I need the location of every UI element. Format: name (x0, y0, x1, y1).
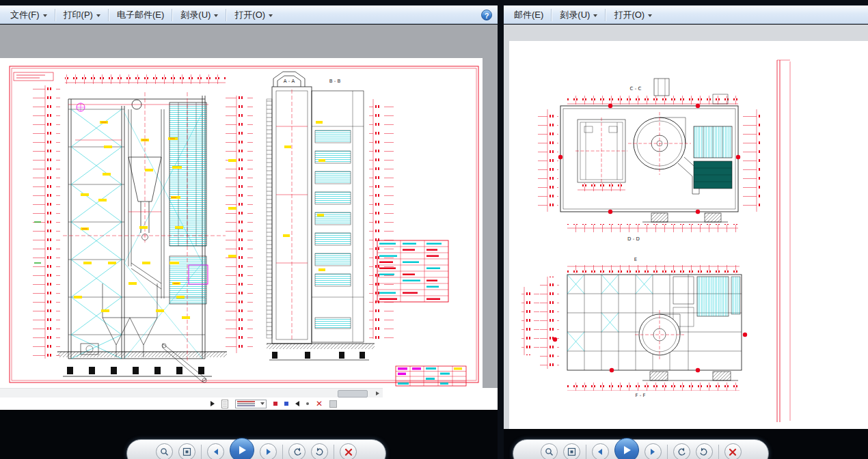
rotate-ccw-icon (677, 447, 686, 457)
viewer-canvas: C - C (504, 25, 868, 429)
actual-size-button[interactable] (563, 443, 580, 459)
chevron-down-icon (269, 14, 273, 17)
chevron-down-icon (43, 14, 47, 17)
menu-bar: 邮件(E) 刻录(U) 打开(O) (504, 5, 868, 24)
section-label: E (634, 257, 637, 262)
close-icon[interactable]: ✕ (316, 400, 323, 408)
document-icon (221, 400, 228, 408)
play-slideshow-button[interactable] (614, 438, 639, 459)
rotate-ccw-button[interactable] (288, 443, 306, 459)
play-icon (236, 445, 247, 456)
menu-item-email[interactable]: 邮件(E) (508, 7, 550, 23)
menu-item-email[interactable]: 电子邮件(E) (111, 7, 170, 23)
magnifier-icon (160, 447, 169, 456)
rotate-cw-icon (699, 447, 709, 457)
next-icon (265, 447, 273, 456)
delete-button[interactable] (724, 443, 742, 459)
previous-icon (596, 447, 604, 456)
section-label: F - F (635, 393, 645, 398)
photo-viewer-window-right: 邮件(E) 刻录(U) 打开(O) (504, 5, 868, 459)
cad-drawing-sections: C - C (509, 41, 868, 429)
drawing-page: C - C (509, 41, 868, 429)
chevron-down-icon (214, 14, 218, 17)
forward-icon[interactable] (211, 401, 215, 406)
viewer-canvas: A - A B - B (0, 25, 498, 388)
actual-size-button[interactable] (178, 443, 195, 459)
section-label: B - B (329, 79, 341, 84)
menu-item-open[interactable]: 打开(O) (228, 7, 279, 23)
triangle-right-icon (376, 391, 379, 395)
rotate-cw-icon (315, 447, 325, 457)
menu-item-print[interactable]: 打印(P) (57, 7, 107, 23)
back-icon[interactable] (295, 401, 299, 406)
rotate-ccw-icon (293, 447, 302, 457)
previous-button[interactable] (207, 443, 224, 459)
drawing-border (777, 60, 790, 422)
menu-separator (551, 9, 552, 21)
rotate-cw-button[interactable] (311, 443, 328, 459)
chevron-down-icon (260, 402, 265, 405)
divider (201, 445, 202, 459)
divider (718, 445, 719, 459)
delete-button[interactable] (340, 443, 357, 459)
menu-item-burn[interactable]: 刻录(U) (174, 7, 224, 23)
previous-icon (212, 447, 220, 456)
bullet-icon (306, 402, 309, 405)
scrollbar-right-button[interactable] (372, 389, 383, 398)
zoom-button[interactable] (156, 443, 173, 459)
menu-item-burn[interactable]: 刻录(U) (554, 7, 603, 23)
previous-button[interactable] (592, 443, 609, 459)
menu-separator (226, 9, 227, 21)
menu-item-open-label: 打开(O) (614, 9, 645, 21)
menu-item-open[interactable]: 打开(O) (608, 7, 658, 23)
play-slideshow-button[interactable] (230, 438, 254, 459)
rotate-cw-button[interactable] (696, 443, 713, 459)
title-block (396, 366, 466, 386)
menu-separator (55, 9, 56, 21)
divider (334, 445, 334, 459)
elevation-view-front (57, 92, 227, 382)
next-icon (649, 447, 657, 456)
zoom-value-marks (237, 403, 255, 404)
scrollbar-thumb[interactable] (338, 390, 368, 398)
divider (667, 445, 668, 459)
scrollbar-row (0, 388, 498, 398)
chevron-down-icon (648, 14, 652, 17)
photo-viewer-window-left: 文件(F) 打印(P) 电子邮件(E) 刻录(U) 打开(O) ? (0, 5, 498, 459)
menu-separator (108, 9, 109, 21)
menu-item-file[interactable]: 文件(F) (4, 7, 53, 23)
delete-icon (729, 448, 737, 456)
menu-separator (605, 9, 606, 21)
menu-item-print-label: 打印(P) (64, 9, 93, 21)
play-icon (621, 445, 632, 456)
next-button[interactable] (645, 443, 662, 459)
help-button[interactable]: ? (481, 10, 492, 20)
divider (586, 445, 586, 459)
drawing-page: A - A B - B (0, 58, 483, 388)
zoom-dropdown[interactable] (235, 400, 267, 408)
menu-item-open-label: 打开(O) (234, 9, 265, 21)
menu-item-email-label: 邮件(E) (514, 9, 543, 21)
horizontal-scrollbar[interactable] (0, 388, 383, 398)
zoom-button[interactable] (541, 443, 558, 459)
blue-annotation-mark (284, 402, 288, 406)
delete-icon (344, 448, 353, 456)
desktop: { "left_window": { "menu": { "items": [ … (0, 0, 868, 459)
cad-drawing-elevations: A - A B - B (0, 58, 483, 388)
red-annotation-mark (273, 402, 277, 406)
chevron-down-icon (96, 14, 100, 17)
next-button[interactable] (260, 443, 277, 459)
photo-viewer-controls (513, 439, 769, 459)
photo-viewer-controls (126, 439, 386, 459)
divider (282, 445, 283, 459)
section-label: D - D (627, 236, 640, 242)
actual-size-icon (567, 447, 576, 456)
menu-item-file-label: 文件(F) (10, 9, 40, 21)
section-label: A - A (284, 79, 295, 84)
rotate-ccw-button[interactable] (673, 443, 690, 459)
viewer-mini-toolbar: ✕ (0, 398, 498, 410)
chevron-down-icon (593, 14, 597, 17)
menu-item-email-label: 电子邮件(E) (117, 9, 164, 21)
menu-item-burn-label: 刻录(U) (180, 9, 211, 21)
menu-item-burn-label: 刻录(U) (560, 9, 590, 21)
